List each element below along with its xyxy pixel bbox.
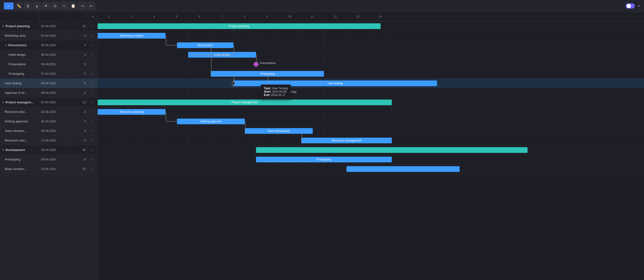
cell-name: ▼ Development bbox=[0, 145, 39, 154]
gantt-cell bbox=[166, 40, 188, 50]
group-toggle[interactable]: ▼ bbox=[2, 148, 4, 152]
cell-duration: 4 bbox=[66, 136, 88, 145]
gantt-row[interactable] bbox=[98, 22, 644, 31]
gantt-cell bbox=[98, 155, 120, 164]
gantt-cell bbox=[143, 40, 166, 50]
theme-toggle[interactable] bbox=[626, 3, 635, 8]
gantt-cell bbox=[279, 98, 301, 107]
paste-button[interactable]: 📋 bbox=[69, 2, 77, 10]
cell-add[interactable]: + bbox=[88, 50, 98, 59]
table-row[interactable]: Getting approval 05-04-2024 3 + bbox=[0, 117, 98, 126]
table-row[interactable]: Resource plan... 02-04-2024 3 + bbox=[0, 107, 98, 117]
copy-button[interactable]: ⧉ bbox=[51, 2, 59, 10]
table-row[interactable]: Presentation 09-04-2024 0 + bbox=[0, 60, 98, 69]
gantt-row[interactable] bbox=[98, 117, 644, 126]
edit-button[interactable]: ✏️ bbox=[15, 2, 23, 10]
outdent-button[interactable]: ⇤ bbox=[88, 2, 95, 10]
table-row[interactable]: ▼ Project planning 02-04-2024 15 + bbox=[0, 22, 98, 31]
gantt-row[interactable] bbox=[98, 98, 644, 107]
table-row[interactable]: User testing 08-04-2024 9 + bbox=[0, 78, 98, 88]
group-toggle[interactable]: ▼ bbox=[2, 25, 4, 28]
cell-add[interactable]: + bbox=[88, 107, 98, 116]
table-row[interactable]: Basic function... 15-04-2024 15 + bbox=[0, 164, 98, 174]
gantt-cell bbox=[143, 88, 166, 98]
gantt-row[interactable] bbox=[98, 145, 644, 155]
move-down-button[interactable]: ▼ bbox=[42, 2, 50, 10]
th-add[interactable]: + bbox=[88, 12, 98, 21]
cell-duration: 5 bbox=[66, 69, 88, 78]
table-row[interactable]: Marketing anal... 02-04-2024 3 + bbox=[0, 31, 98, 40]
cell-add[interactable]: + bbox=[88, 88, 98, 98]
theme-control: ▼ bbox=[624, 3, 640, 8]
gantt-cell bbox=[256, 117, 279, 126]
table-row[interactable]: Prototyping 07-04-2024 5 + bbox=[0, 69, 98, 78]
gantt-row[interactable] bbox=[98, 88, 644, 98]
cell-add[interactable]: + bbox=[88, 40, 98, 50]
gantt-cell bbox=[369, 126, 392, 136]
delete-button[interactable]: 🗑 bbox=[24, 2, 32, 10]
gantt-cell bbox=[256, 69, 279, 78]
gantt-cell bbox=[98, 126, 120, 136]
gantt-day-header: 6 bbox=[188, 12, 211, 21]
gantt-day-header: 12 bbox=[324, 12, 346, 21]
gantt-row[interactable] bbox=[98, 78, 644, 88]
table-row[interactable]: Prototyping 09-04-2024 6 + bbox=[0, 155, 98, 164]
table-row[interactable]: Initial design 06-04-2024 3 + bbox=[0, 50, 98, 60]
gantt-cell bbox=[98, 117, 120, 126]
gantt-cell bbox=[211, 126, 234, 136]
cell-add[interactable]: + bbox=[88, 126, 98, 136]
gantt-row[interactable] bbox=[98, 31, 644, 40]
gantt-cell bbox=[324, 60, 346, 69]
gantt-row[interactable] bbox=[98, 126, 644, 136]
table-row[interactable]: ▼ Project managem... 02-04-2024 13 + bbox=[0, 98, 98, 107]
gantt-row[interactable] bbox=[98, 50, 644, 60]
cell-name: Prototyping bbox=[0, 155, 39, 164]
cell-duration: 13 bbox=[66, 98, 88, 107]
gantt-cell bbox=[188, 31, 211, 40]
table-row[interactable]: ▼ Discussions 05-04-2024 2 + bbox=[0, 40, 98, 50]
gantt-cell bbox=[234, 117, 256, 126]
cell-add[interactable]: + bbox=[88, 22, 98, 31]
gantt-row[interactable] bbox=[98, 60, 644, 69]
theme-dropdown-arrow[interactable]: ▼ bbox=[638, 4, 640, 8]
cell-add[interactable]: + bbox=[88, 155, 98, 164]
table-row[interactable]: Approval of str... 09-04-2024 0 + bbox=[0, 88, 98, 98]
gantt-cell bbox=[279, 117, 301, 126]
table-row[interactable]: Team introduc... 08-04-2024 3 + bbox=[0, 126, 98, 136]
cell-add[interactable]: + bbox=[88, 136, 98, 145]
cell-add[interactable]: + bbox=[88, 69, 98, 78]
new-task-button[interactable]: ＋ bbox=[4, 2, 14, 10]
cell-add[interactable]: + bbox=[88, 164, 98, 174]
gantt-cell bbox=[143, 145, 166, 154]
move-up-button[interactable]: ▲ bbox=[33, 2, 41, 10]
cell-add[interactable]: + bbox=[88, 60, 98, 69]
cell-add[interactable]: + bbox=[88, 117, 98, 126]
gantt-cell bbox=[369, 98, 392, 107]
cell-add[interactable]: + bbox=[88, 78, 98, 88]
gantt-cell bbox=[211, 78, 234, 88]
gantt-row[interactable] bbox=[98, 69, 644, 78]
gantt-row[interactable] bbox=[98, 136, 644, 145]
gantt-day-header: 3 bbox=[120, 12, 143, 21]
gantt-cell bbox=[120, 126, 143, 136]
cell-add[interactable]: + bbox=[88, 31, 98, 40]
gantt-cell bbox=[256, 40, 279, 50]
gantt-cell bbox=[98, 60, 120, 69]
cell-add[interactable]: + bbox=[88, 145, 98, 154]
table-row[interactable]: Resource man... 11-04-2024 4 + bbox=[0, 136, 98, 145]
cell-add[interactable]: + bbox=[88, 98, 98, 107]
gantt-row[interactable] bbox=[98, 164, 644, 174]
indent-button[interactable]: ⇥ bbox=[78, 2, 86, 10]
cut-button[interactable]: ✂ bbox=[60, 2, 68, 10]
gantt-cell bbox=[166, 136, 188, 145]
gantt-row[interactable] bbox=[98, 155, 644, 164]
gantt-cell bbox=[279, 69, 301, 78]
gantt-cell bbox=[346, 117, 369, 126]
cell-name: Resource plan... bbox=[0, 107, 39, 116]
group-toggle[interactable]: ▼ bbox=[2, 101, 4, 104]
gantt-row[interactable] bbox=[98, 107, 644, 117]
gantt-cell bbox=[301, 107, 324, 116]
gantt-row[interactable] bbox=[98, 40, 644, 50]
group-toggle[interactable]: ▼ bbox=[5, 44, 8, 47]
table-row[interactable]: ▼ Development 09-04-2024 36 + bbox=[0, 145, 98, 155]
